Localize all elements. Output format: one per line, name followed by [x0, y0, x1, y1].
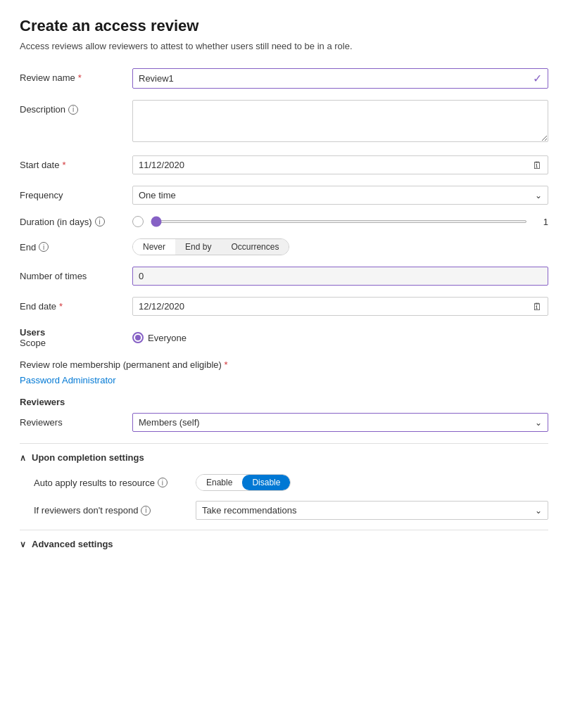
radio-dot: [135, 335, 141, 340]
reviewers-section-header: Reviewers: [20, 397, 548, 407]
role-required: *: [224, 359, 227, 370]
end-occurrences-btn[interactable]: Occurrences: [221, 239, 289, 255]
duration-slider-container: 1: [132, 216, 548, 227]
users-scope-row: Users Scope Everyone: [20, 327, 548, 348]
advanced-section-toggle[interactable]: ∨ Advanced settings: [20, 539, 548, 549]
review-name-input[interactable]: [133, 70, 527, 87]
description-info-icon[interactable]: i: [68, 105, 78, 115]
duration-value: 1: [534, 217, 548, 227]
frequency-field-wrapper: One time Weekly Monthly Quarterly Semi-a…: [132, 186, 548, 205]
end-date-required: *: [59, 301, 63, 312]
role-section-label: Review role membership (permanent and el…: [20, 359, 548, 370]
number-of-times-label: Number of times: [20, 267, 132, 281]
users-label: Users: [20, 327, 132, 338]
reviewers-chevron-icon: ⌄: [529, 415, 548, 430]
end-date-field-wrapper: 🗓: [132, 297, 548, 316]
start-date-row: Start date * 🗓: [20, 155, 548, 174]
end-toggle-group: Never End by Occurrences: [132, 238, 289, 255]
completion-section-toggle[interactable]: ∧ Upon completion settings: [20, 452, 548, 463]
duration-label: Duration (in days) i: [20, 217, 132, 227]
if-reviewers-chevron-icon: ⌄: [529, 503, 548, 518]
end-date-calendar-icon[interactable]: 🗓: [526, 298, 548, 315]
end-endby-btn[interactable]: End by: [175, 239, 221, 255]
reviewers-select-wrapper: Members (self) Selected user(s) Managers…: [132, 413, 548, 432]
if-reviewers-select-wrapper: Take recommendations No change Remove ac…: [196, 501, 548, 520]
advanced-section: ∨ Advanced settings: [20, 530, 548, 549]
page-title: Create an access review: [20, 17, 548, 35]
reviewers-label: Reviewers: [20, 413, 132, 428]
if-reviewers-row: If reviewers don't respond i Take recomm…: [34, 501, 548, 520]
end-date-label: End date *: [20, 297, 132, 312]
auto-apply-row: Auto apply results to resource i Enable …: [34, 474, 548, 491]
description-row: Description i: [20, 100, 548, 144]
duration-info-icon[interactable]: i: [95, 217, 105, 226]
frequency-label: Frequency: [20, 186, 132, 200]
end-row: End i Never End by Occurrences: [20, 238, 548, 255]
scope-label: Scope: [20, 338, 132, 348]
users-scope-section: Users Scope Everyone: [20, 327, 548, 348]
completion-section: ∧ Upon completion settings Auto apply re…: [20, 443, 548, 520]
if-reviewers-info-icon[interactable]: i: [141, 506, 151, 516]
auto-apply-enable-btn[interactable]: Enable: [196, 475, 242, 490]
frequency-select-wrapper: One time Weekly Monthly Quarterly Semi-a…: [132, 186, 548, 205]
description-field-wrapper: [132, 100, 548, 144]
end-date-input[interactable]: [133, 298, 526, 315]
auto-apply-label: Auto apply results to resource i: [34, 478, 196, 488]
duration-slider[interactable]: [151, 220, 527, 223]
start-date-label: Start date *: [20, 155, 132, 170]
advanced-collapse-icon: ∨: [20, 539, 26, 549]
duration-toggle-circle[interactable]: [132, 216, 144, 227]
number-of-times-field-wrapper: [132, 267, 548, 286]
required-indicator: *: [78, 72, 82, 83]
reviewers-row: Reviewers Members (self) Selected user(s…: [20, 413, 548, 432]
end-never-btn[interactable]: Never: [133, 239, 175, 255]
duration-row: Duration (in days) i 1: [20, 216, 548, 227]
scope-everyone-label: Everyone: [148, 333, 187, 343]
review-name-row: Review name * ✓: [20, 68, 548, 89]
start-date-required: *: [62, 160, 65, 170]
review-name-check-icon: ✓: [527, 69, 548, 88]
scope-everyone-option: Everyone: [132, 332, 187, 343]
reviewers-select[interactable]: Members (self) Selected user(s) Managers…: [133, 414, 529, 431]
frequency-chevron-icon: ⌄: [529, 188, 548, 203]
number-of-times-input: [132, 267, 548, 286]
if-reviewers-label: If reviewers don't respond i: [34, 505, 196, 516]
advanced-section-label: Advanced settings: [32, 539, 113, 549]
review-name-input-wrapper: ✓: [132, 68, 548, 89]
reviewers-field-wrapper: Members (self) Selected user(s) Managers…: [132, 413, 548, 432]
page-subtitle: Access reviews allow reviewers to attest…: [20, 41, 548, 51]
start-date-input-wrapper: 🗓: [132, 155, 548, 174]
role-section: Review role membership (permanent and el…: [20, 359, 548, 385]
auto-apply-info-icon[interactable]: i: [158, 478, 168, 487]
end-label: End i: [20, 242, 132, 253]
if-reviewers-select-box: Take recommendations No change Remove ac…: [196, 501, 548, 520]
frequency-row: Frequency One time Weekly Monthly Quarte…: [20, 186, 548, 205]
end-date-row: End date * 🗓: [20, 297, 548, 316]
description-label: Description i: [20, 100, 132, 115]
review-name-field-wrapper: ✓: [132, 68, 548, 89]
if-reviewers-select[interactable]: Take recommendations No change Remove ac…: [196, 502, 529, 519]
reviewers-section: Reviewers Reviewers Members (self) Selec…: [20, 397, 548, 432]
description-input[interactable]: [132, 100, 548, 142]
users-scope-label: Users Scope: [20, 327, 132, 348]
completion-expand-icon: ∧: [20, 453, 26, 463]
completion-section-label: Upon completion settings: [32, 452, 144, 463]
review-name-label: Review name *: [20, 68, 132, 83]
scope-everyone-radio[interactable]: [132, 332, 144, 343]
start-date-input[interactable]: [133, 156, 526, 174]
completion-inner: Auto apply results to resource i Enable …: [20, 474, 548, 520]
frequency-select[interactable]: One time Weekly Monthly Quarterly Semi-a…: [133, 186, 529, 204]
end-info-icon[interactable]: i: [39, 242, 49, 252]
auto-apply-toggle: Enable Disable: [196, 474, 291, 491]
number-of-times-row: Number of times: [20, 267, 548, 286]
role-link[interactable]: Password Administrator: [20, 375, 116, 385]
start-date-calendar-icon[interactable]: 🗓: [526, 157, 548, 174]
auto-apply-disable-btn[interactable]: Disable: [242, 475, 290, 490]
start-date-field-wrapper: 🗓: [132, 155, 548, 174]
end-date-input-wrapper: 🗓: [132, 297, 548, 316]
